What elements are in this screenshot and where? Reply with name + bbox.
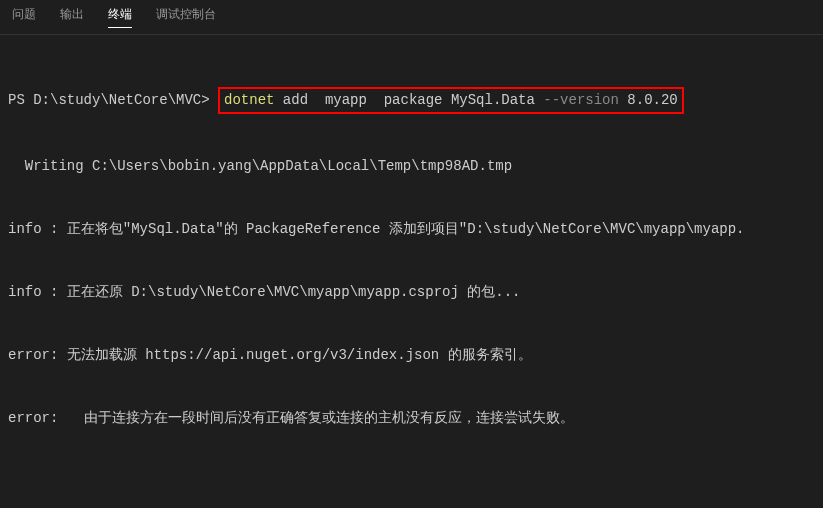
tab-debug-console[interactable]: 调试控制台	[156, 6, 216, 28]
terminal-line: error: 无法加载源 https://api.nuget.org/v3/in…	[8, 345, 815, 366]
cmd-dotnet: dotnet	[224, 92, 274, 108]
terminal-line: PS D:\study\NetCore\MVC> dotnet add myap…	[8, 87, 815, 114]
terminal-line: error: 由于连接方在一段时间后没有正确答复或连接的主机没有反应，连接尝试失…	[8, 408, 815, 429]
tab-terminal[interactable]: 终端	[108, 6, 132, 28]
empty-line	[8, 471, 815, 492]
highlighted-command: dotnet add myapp package MySql.Data --ve…	[218, 87, 684, 114]
tab-problems[interactable]: 问题	[12, 6, 36, 28]
prompt-text: PS D:\study\NetCore\MVC>	[8, 92, 218, 108]
cmd-version-flag: --version	[543, 92, 619, 108]
terminal-line: info : 正在将包"MySql.Data"的 PackageReferenc…	[8, 219, 815, 240]
terminal-line: Writing C:\Users\bobin.yang\AppData\Loca…	[8, 156, 815, 177]
tab-output[interactable]: 输出	[60, 6, 84, 28]
terminal-panel[interactable]: PS D:\study\NetCore\MVC> dotnet add myap…	[0, 35, 823, 508]
cmd-add: add myapp package MySql.Data	[274, 92, 543, 108]
terminal-line: info : 正在还原 D:\study\NetCore\MVC\myapp\m…	[8, 282, 815, 303]
cmd-version-val: 8.0.20	[619, 92, 678, 108]
terminal-tabs: 问题 输出 终端 调试控制台	[0, 0, 823, 35]
